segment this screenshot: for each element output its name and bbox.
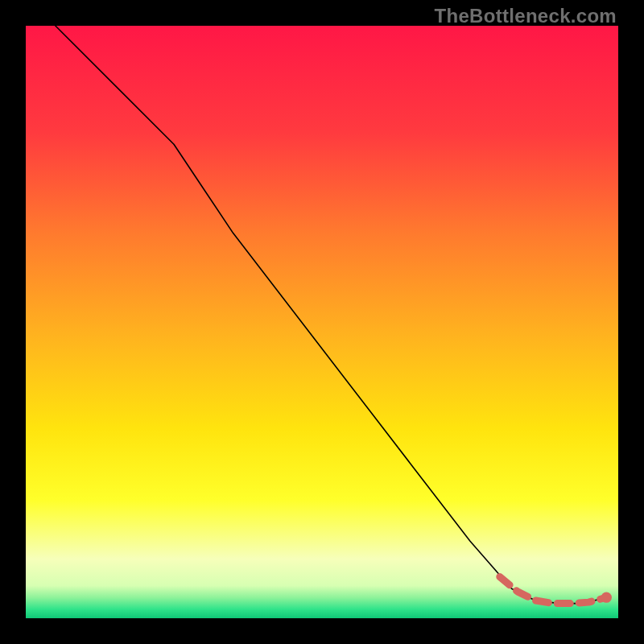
points-layer	[601, 592, 612, 603]
chart-plot	[26, 26, 618, 618]
end-point	[601, 592, 612, 603]
watermark-text: TheBottleneck.com	[435, 5, 617, 27]
chart-stage: TheBottleneck.com	[0, 0, 644, 644]
gradient-panel	[26, 26, 618, 618]
